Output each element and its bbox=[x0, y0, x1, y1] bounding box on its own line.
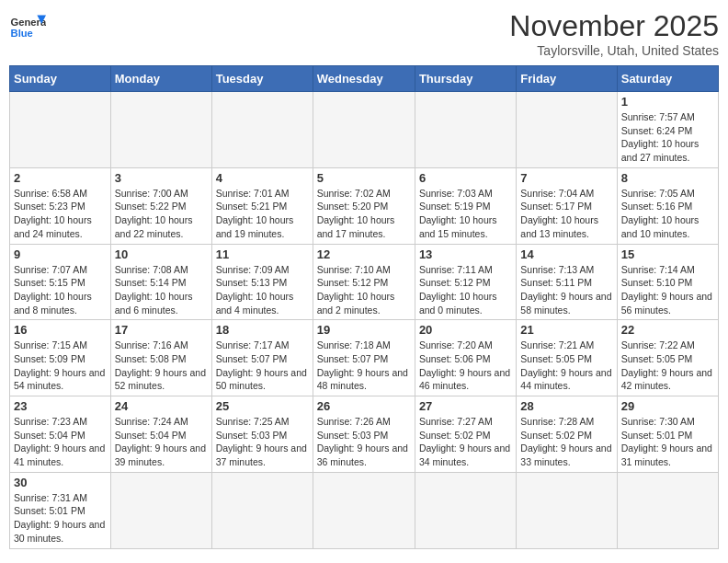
calendar-cell: 14Sunrise: 7:13 AM Sunset: 5:11 PM Dayli… bbox=[517, 244, 617, 320]
day-number: 7 bbox=[520, 171, 612, 185]
calendar-cell: 30Sunrise: 7:31 AM Sunset: 5:01 PM Dayli… bbox=[10, 472, 111, 548]
calendar-cell: 20Sunrise: 7:20 AM Sunset: 5:06 PM Dayli… bbox=[415, 320, 516, 396]
day-number: 26 bbox=[317, 399, 411, 413]
weekday-header: Tuesday bbox=[211, 66, 313, 92]
day-info: Sunrise: 7:30 AM Sunset: 5:01 PM Dayligh… bbox=[621, 415, 714, 469]
calendar-cell: 2Sunrise: 6:58 AM Sunset: 5:23 PM Daylig… bbox=[10, 167, 111, 244]
day-info: Sunrise: 7:25 AM Sunset: 5:03 PM Dayligh… bbox=[216, 415, 309, 469]
calendar-cell: 28Sunrise: 7:28 AM Sunset: 5:02 PM Dayli… bbox=[517, 396, 617, 473]
calendar-cell bbox=[110, 92, 211, 168]
calendar-cell: 11Sunrise: 7:09 AM Sunset: 5:13 PM Dayli… bbox=[211, 244, 313, 320]
calendar-week-row: 1Sunrise: 7:57 AM Sunset: 6:24 PM Daylig… bbox=[10, 92, 719, 168]
day-info: Sunrise: 7:28 AM Sunset: 5:02 PM Dayligh… bbox=[520, 415, 612, 469]
calendar-cell: 13Sunrise: 7:11 AM Sunset: 5:12 PM Dayli… bbox=[415, 244, 516, 320]
weekday-header: Wednesday bbox=[313, 66, 415, 92]
calendar-cell: 16Sunrise: 7:15 AM Sunset: 5:09 PM Dayli… bbox=[10, 320, 111, 396]
weekday-header: Sunday bbox=[10, 66, 111, 92]
calendar-cell: 8Sunrise: 7:05 AM Sunset: 5:16 PM Daylig… bbox=[617, 167, 718, 244]
logo-icon: General Blue bbox=[9, 9, 46, 46]
calendar-cell: 19Sunrise: 7:18 AM Sunset: 5:07 PM Dayli… bbox=[313, 320, 415, 396]
day-number: 15 bbox=[621, 247, 714, 261]
day-number: 3 bbox=[115, 171, 208, 185]
day-info: Sunrise: 7:02 AM Sunset: 5:20 PM Dayligh… bbox=[317, 187, 411, 241]
day-number: 21 bbox=[520, 323, 612, 337]
calendar-cell: 26Sunrise: 7:26 AM Sunset: 5:03 PM Dayli… bbox=[313, 396, 415, 473]
calendar-cell: 17Sunrise: 7:16 AM Sunset: 5:08 PM Dayli… bbox=[110, 320, 211, 396]
calendar-cell bbox=[211, 472, 313, 548]
calendar-cell bbox=[415, 92, 516, 168]
day-number: 6 bbox=[419, 171, 512, 185]
day-info: Sunrise: 7:14 AM Sunset: 5:10 PM Dayligh… bbox=[621, 263, 714, 317]
day-number: 29 bbox=[621, 399, 714, 413]
day-number: 5 bbox=[317, 171, 411, 185]
calendar-cell: 5Sunrise: 7:02 AM Sunset: 5:20 PM Daylig… bbox=[313, 167, 415, 244]
calendar-cell: 21Sunrise: 7:21 AM Sunset: 5:05 PM Dayli… bbox=[517, 320, 617, 396]
day-number: 19 bbox=[317, 323, 411, 337]
calendar-cell: 29Sunrise: 7:30 AM Sunset: 5:01 PM Dayli… bbox=[617, 396, 718, 473]
calendar-cell: 3Sunrise: 7:00 AM Sunset: 5:22 PM Daylig… bbox=[110, 167, 211, 244]
calendar-cell bbox=[313, 472, 415, 548]
calendar-cell: 12Sunrise: 7:10 AM Sunset: 5:12 PM Dayli… bbox=[313, 244, 415, 320]
weekday-header: Saturday bbox=[617, 66, 718, 92]
calendar-week-row: 9Sunrise: 7:07 AM Sunset: 5:15 PM Daylig… bbox=[10, 244, 719, 320]
day-info: Sunrise: 7:10 AM Sunset: 5:12 PM Dayligh… bbox=[317, 263, 411, 317]
calendar-week-row: 30Sunrise: 7:31 AM Sunset: 5:01 PM Dayli… bbox=[10, 472, 719, 548]
calendar-cell: 24Sunrise: 7:24 AM Sunset: 5:04 PM Dayli… bbox=[110, 396, 211, 473]
day-info: Sunrise: 7:08 AM Sunset: 5:14 PM Dayligh… bbox=[115, 263, 208, 317]
calendar-week-row: 2Sunrise: 6:58 AM Sunset: 5:23 PM Daylig… bbox=[10, 167, 719, 244]
day-number: 30 bbox=[14, 476, 107, 489]
day-info: Sunrise: 7:09 AM Sunset: 5:13 PM Dayligh… bbox=[216, 263, 309, 317]
month-title: November 2025 bbox=[509, 9, 719, 43]
day-number: 12 bbox=[317, 247, 411, 261]
calendar-cell: 7Sunrise: 7:04 AM Sunset: 5:17 PM Daylig… bbox=[517, 167, 617, 244]
svg-text:Blue: Blue bbox=[11, 28, 33, 39]
calendar-cell bbox=[415, 472, 516, 548]
day-number: 11 bbox=[216, 247, 309, 261]
calendar-cell bbox=[517, 92, 617, 168]
calendar-cell: 23Sunrise: 7:23 AM Sunset: 5:04 PM Dayli… bbox=[10, 396, 111, 473]
day-info: Sunrise: 7:18 AM Sunset: 5:07 PM Dayligh… bbox=[317, 339, 411, 393]
day-number: 18 bbox=[216, 323, 309, 337]
calendar-cell: 6Sunrise: 7:03 AM Sunset: 5:19 PM Daylig… bbox=[415, 167, 516, 244]
day-info: Sunrise: 7:01 AM Sunset: 5:21 PM Dayligh… bbox=[216, 187, 309, 241]
calendar-cell: 9Sunrise: 7:07 AM Sunset: 5:15 PM Daylig… bbox=[10, 244, 111, 320]
day-info: Sunrise: 7:23 AM Sunset: 5:04 PM Dayligh… bbox=[14, 415, 107, 469]
weekday-header: Friday bbox=[517, 66, 617, 92]
day-info: Sunrise: 7:11 AM Sunset: 5:12 PM Dayligh… bbox=[419, 263, 512, 317]
day-info: Sunrise: 7:31 AM Sunset: 5:01 PM Dayligh… bbox=[14, 491, 107, 546]
calendar-cell bbox=[617, 472, 718, 548]
day-number: 24 bbox=[115, 399, 208, 413]
calendar-cell: 27Sunrise: 7:27 AM Sunset: 5:02 PM Dayli… bbox=[415, 396, 516, 473]
day-number: 8 bbox=[621, 171, 714, 185]
calendar-cell: 10Sunrise: 7:08 AM Sunset: 5:14 PM Dayli… bbox=[110, 244, 211, 320]
day-info: Sunrise: 7:22 AM Sunset: 5:05 PM Dayligh… bbox=[621, 339, 714, 393]
calendar-week-row: 16Sunrise: 7:15 AM Sunset: 5:09 PM Dayli… bbox=[10, 320, 719, 396]
calendar-cell: 4Sunrise: 7:01 AM Sunset: 5:21 PM Daylig… bbox=[211, 167, 313, 244]
calendar-cell: 15Sunrise: 7:14 AM Sunset: 5:10 PM Dayli… bbox=[617, 244, 718, 320]
day-info: Sunrise: 7:03 AM Sunset: 5:19 PM Dayligh… bbox=[419, 187, 512, 241]
day-number: 20 bbox=[419, 323, 512, 337]
day-number: 23 bbox=[14, 399, 107, 413]
calendar-cell bbox=[110, 472, 211, 548]
day-info: Sunrise: 7:24 AM Sunset: 5:04 PM Dayligh… bbox=[115, 415, 208, 469]
calendar-cell bbox=[517, 472, 617, 548]
day-number: 27 bbox=[419, 399, 512, 413]
weekday-header: Monday bbox=[110, 66, 211, 92]
title-block: November 2025 Taylorsville, Utah, United… bbox=[509, 9, 719, 58]
weekday-header-row: SundayMondayTuesdayWednesdayThursdayFrid… bbox=[10, 66, 719, 92]
day-number: 25 bbox=[216, 399, 309, 413]
day-info: Sunrise: 7:13 AM Sunset: 5:11 PM Dayligh… bbox=[520, 263, 612, 317]
day-info: Sunrise: 7:05 AM Sunset: 5:16 PM Dayligh… bbox=[621, 187, 714, 241]
page-header: General Blue November 2025 Taylorsville,… bbox=[9, 9, 719, 58]
calendar-cell: 22Sunrise: 7:22 AM Sunset: 5:05 PM Dayli… bbox=[617, 320, 718, 396]
day-number: 4 bbox=[216, 171, 309, 185]
calendar-cell bbox=[313, 92, 415, 168]
day-number: 28 bbox=[520, 399, 612, 413]
day-info: Sunrise: 7:21 AM Sunset: 5:05 PM Dayligh… bbox=[520, 339, 612, 393]
day-info: Sunrise: 7:17 AM Sunset: 5:07 PM Dayligh… bbox=[216, 339, 309, 393]
day-number: 10 bbox=[115, 247, 208, 261]
calendar-table: SundayMondayTuesdayWednesdayThursdayFrid… bbox=[9, 65, 719, 549]
day-number: 14 bbox=[520, 247, 612, 261]
day-number: 1 bbox=[621, 95, 714, 109]
day-info: Sunrise: 7:20 AM Sunset: 5:06 PM Dayligh… bbox=[419, 339, 512, 393]
